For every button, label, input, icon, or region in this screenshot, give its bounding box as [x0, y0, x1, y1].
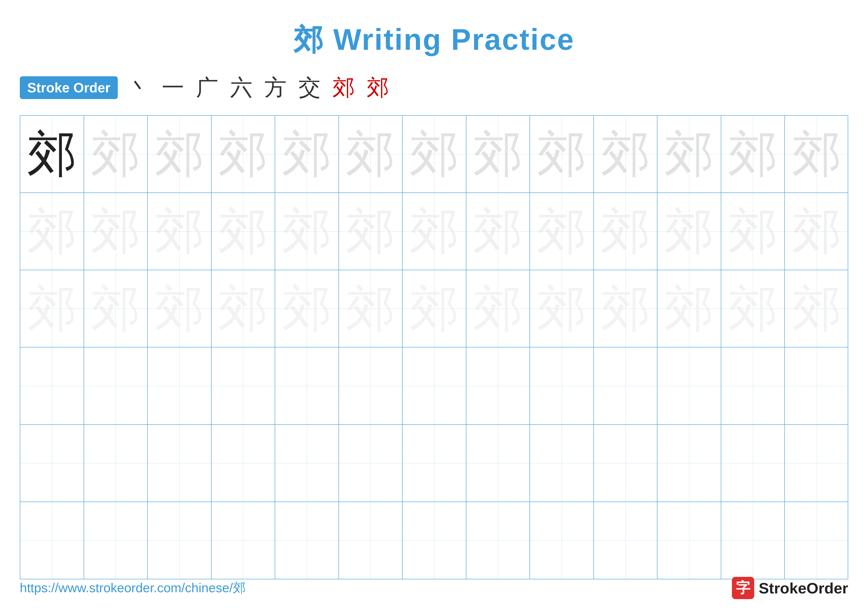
grid-cell: 郊 [657, 116, 721, 193]
practice-char: 郊 [282, 284, 332, 333]
grid-row-6 [20, 502, 848, 579]
grid-row-1: 郊 郊 郊 郊 郊 郊 郊 郊 郊 郊 郊 郊 郊 [20, 116, 848, 193]
practice-char: 郊 [601, 207, 650, 256]
practice-char: 郊 [91, 129, 140, 179]
grid-cell-empty [721, 502, 785, 579]
grid-cell: 郊 [467, 270, 530, 347]
grid-cell: 郊 [657, 270, 721, 347]
stroke-2: 一 [162, 73, 184, 103]
practice-char: 郊 [537, 284, 586, 333]
grid-cell-empty [212, 348, 275, 424]
grid-cell: 郊 [403, 270, 467, 347]
grid-cell: 郊 [403, 193, 467, 270]
practice-char: 郊 [409, 129, 459, 179]
grid-cell: 郊 [275, 193, 339, 270]
grid-cell-empty [20, 502, 84, 579]
grid-cell-empty [785, 425, 849, 502]
grid-cell: 郊 [657, 193, 721, 270]
grid-cell-empty [84, 348, 148, 424]
grid-cell-empty [275, 425, 339, 502]
grid-cell: 郊 [84, 270, 148, 347]
grid-cell-empty [594, 425, 658, 502]
practice-char: 郊 [346, 129, 395, 179]
practice-char: 郊 [792, 129, 842, 179]
grid-cell-empty [530, 348, 594, 424]
grid-cell: 郊 [594, 270, 658, 347]
grid-cell-empty [275, 348, 339, 424]
grid-cell-empty [657, 502, 721, 579]
grid-cell: 郊 [530, 270, 594, 347]
grid-cell: 郊 [275, 270, 339, 347]
practice-char: 郊 [218, 129, 268, 179]
grid-cell-empty [212, 425, 275, 502]
practice-char: 郊 [91, 207, 140, 256]
grid-cell: 郊 [530, 193, 594, 270]
practice-char: 郊 [664, 129, 714, 179]
grid-cell-empty [657, 425, 721, 502]
grid-cell-empty [467, 502, 530, 579]
practice-char: 郊 [282, 129, 332, 179]
practice-char: 郊 [601, 284, 650, 333]
grid-cell-empty [20, 425, 84, 502]
footer-logo: 字 StrokeOrder [732, 577, 848, 599]
stroke-order-badge: Stroke Order [20, 76, 118, 99]
practice-char: 郊 [155, 284, 204, 333]
stroke-5: 方 [264, 73, 287, 103]
stroke-8: 郊 [367, 73, 389, 103]
grid-cell-empty [657, 348, 721, 424]
grid-row-3: 郊 郊 郊 郊 郊 郊 郊 郊 郊 郊 郊 郊 郊 [20, 270, 848, 348]
practice-char: 郊 [473, 284, 522, 333]
practice-char: 郊 [155, 207, 204, 256]
grid-cell: 郊 [84, 193, 148, 270]
grid-cell: 郊 [785, 270, 849, 347]
practice-char: 郊 [792, 207, 842, 256]
stroke-6: 交 [298, 73, 321, 103]
grid-row-5 [20, 425, 848, 502]
stroke-3: 广 [196, 73, 218, 103]
practice-char: 郊 [409, 207, 459, 256]
practice-char: 郊 [537, 129, 586, 179]
grid-cell-empty [594, 348, 658, 424]
grid-cell: 郊 [20, 116, 84, 193]
practice-char: 郊 [537, 207, 586, 256]
grid-cell: 郊 [403, 116, 467, 193]
stroke-order-row: Stroke Order 丶 一 广 六 方 交 郊 郊 [0, 60, 868, 110]
grid-cell-empty [212, 502, 275, 579]
footer-url[interactable]: https://www.strokeorder.com/chinese/郊 [20, 579, 246, 597]
grid-cell: 郊 [339, 270, 403, 347]
practice-char: 郊 [664, 284, 714, 333]
stroke-7: 郊 [333, 73, 355, 103]
grid-cell-empty [148, 425, 212, 502]
practice-char: 郊 [155, 129, 204, 179]
practice-char: 郊 [728, 207, 778, 256]
grid-cell-empty [275, 502, 339, 579]
grid-cell-empty [530, 502, 594, 579]
practice-char: 郊 [728, 129, 778, 179]
grid-cell-empty [148, 502, 212, 579]
page-title: 郊 Writing Practice [0, 0, 868, 60]
grid-cell-empty [148, 348, 212, 424]
practice-char: 郊 [346, 284, 395, 333]
grid-row-2: 郊 郊 郊 郊 郊 郊 郊 郊 郊 郊 郊 郊 郊 [20, 193, 848, 270]
grid-cell: 郊 [20, 270, 84, 347]
practice-char: 郊 [409, 284, 459, 333]
grid-cell-empty [467, 348, 530, 424]
grid-cell: 郊 [467, 116, 530, 193]
practice-char: 郊 [792, 284, 842, 333]
practice-char: 郊 [473, 207, 522, 256]
grid-cell-empty [467, 425, 530, 502]
grid-cell: 郊 [785, 116, 849, 193]
grid-cell-empty [530, 425, 594, 502]
practice-char: 郊 [664, 207, 714, 256]
grid-cell: 郊 [275, 116, 339, 193]
grid-cell: 郊 [785, 193, 849, 270]
grid-cell-empty [403, 348, 467, 424]
grid-cell-empty [20, 348, 84, 424]
practice-char: 郊 [27, 129, 77, 179]
grid-cell: 郊 [594, 193, 658, 270]
grid-cell-empty [594, 502, 658, 579]
footer: https://www.strokeorder.com/chinese/郊 字 … [20, 577, 848, 599]
grid-cell: 郊 [721, 193, 785, 270]
grid-cell-empty [403, 502, 467, 579]
grid-cell: 郊 [148, 116, 212, 193]
